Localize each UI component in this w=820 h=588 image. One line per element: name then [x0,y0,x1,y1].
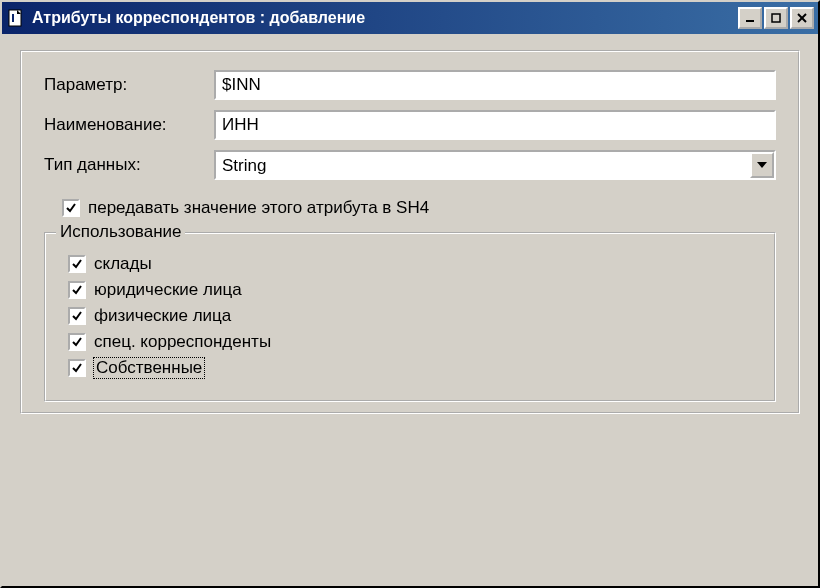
window-title: Атрибуты корреспондентов : добавление [32,9,738,27]
datatype-label: Тип данных: [44,155,214,175]
usage-label: склады [94,254,152,274]
svg-rect-2 [12,14,14,22]
name-input[interactable] [214,110,776,140]
usage-item-warehouses: склады [68,254,752,274]
usage-legend: Использование [56,222,185,242]
usage-checkbox-legal[interactable] [68,281,86,299]
svg-marker-7 [757,162,767,168]
minimize-button[interactable] [738,7,762,29]
form-panel: Параметр: Наименование: Тип данных: Stri… [20,50,800,414]
name-label: Наименование: [44,115,214,135]
app-icon [6,8,26,28]
svg-rect-3 [746,20,754,22]
client-area: Параметр: Наименование: Тип данных: Stri… [2,34,818,430]
usage-checkbox-own[interactable] [68,359,86,377]
usage-label: спец. корреспонденты [94,332,271,352]
close-button[interactable] [790,7,814,29]
usage-item-special: спец. корреспонденты [68,332,752,352]
usage-checkbox-special[interactable] [68,333,86,351]
titlebar: Атрибуты корреспондентов : добавление [2,2,818,34]
chevron-down-icon[interactable] [750,152,774,178]
usage-item-individuals: физические лица [68,306,752,326]
usage-item-legal: юридические лица [68,280,752,300]
maximize-button[interactable] [764,7,788,29]
usage-checkbox-individuals[interactable] [68,307,86,325]
parameter-row: Параметр: [44,70,776,100]
window-controls [738,7,814,29]
usage-item-own: Собственные [68,358,752,378]
name-row: Наименование: [44,110,776,140]
svg-rect-4 [772,14,780,22]
dialog-window: Атрибуты корреспондентов : добавление Па… [0,0,820,588]
sh4-checkbox[interactable] [62,199,80,217]
usage-checkbox-warehouses[interactable] [68,255,86,273]
usage-label: юридические лица [94,280,242,300]
datatype-select[interactable]: String [214,150,776,180]
sh4-checkbox-row: передавать значение этого атрибута в SH4 [62,198,776,218]
sh4-checkbox-label: передавать значение этого атрибута в SH4 [88,198,429,218]
parameter-label: Параметр: [44,75,214,95]
usage-label: физические лица [94,306,231,326]
datatype-row: Тип данных: String [44,150,776,180]
usage-label: Собственные [94,358,204,378]
usage-fieldset: Использование склады юридические лица [44,232,776,402]
parameter-input[interactable] [214,70,776,100]
datatype-value: String [216,152,750,178]
